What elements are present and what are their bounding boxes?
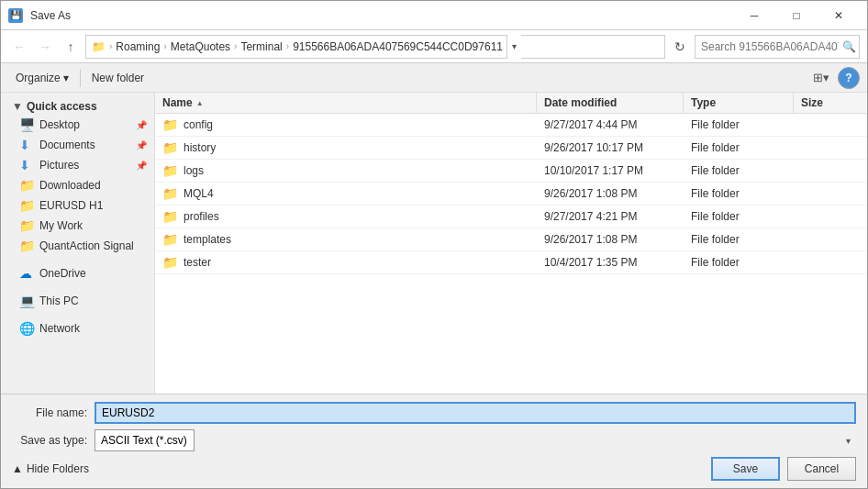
folder-icon-eurusd: 📁	[19, 198, 34, 213]
table-row[interactable]: 📁 profiles 9/27/2017 4:21 PM File folder	[155, 206, 867, 228]
file-cell-modified: 10/10/2017 1:17 PM	[537, 160, 684, 182]
sidebar-item-pictures[interactable]: ⬇ Pictures 📌	[1, 155, 154, 175]
sidebar-item-downloaded[interactable]: 📁 Downloaded	[1, 175, 154, 195]
file-cell-name: 📁 config	[155, 114, 537, 136]
file-cell-size	[794, 206, 867, 228]
sidebar-item-quantaction[interactable]: 📁 QuantAction Signal	[1, 236, 154, 256]
sidebar-item-label-desktop: Desktop	[39, 118, 80, 131]
file-cell-size	[794, 228, 867, 250]
pictures-icon: ⬇	[19, 158, 34, 172]
sidebar-item-thispc[interactable]: 💻 This PC	[1, 291, 154, 311]
refresh-button[interactable]: ↻	[669, 36, 691, 58]
folder-icon: 📁	[162, 117, 178, 132]
column-header-modified[interactable]: Date modified	[537, 93, 684, 113]
pin-icon-documents: 📌	[136, 140, 147, 150]
folder-icon: 📁	[162, 140, 178, 155]
search-input[interactable]	[701, 40, 839, 53]
path-metaquotes[interactable]: MetaQuotes	[171, 40, 230, 53]
savetype-wrapper: ASCII Text (*.csv) ▾	[95, 429, 856, 451]
main-content: ▼ Quick access 🖥️ Desktop 📌 ⬇ Documents …	[1, 93, 867, 394]
table-row[interactable]: 📁 MQL4 9/26/2017 1:08 PM File folder	[155, 183, 867, 206]
sidebar-item-onedrive[interactable]: ☁ OneDrive	[1, 263, 154, 283]
quick-access-arrow: ▼	[12, 100, 23, 113]
savetype-select[interactable]: ASCII Text (*.csv)	[95, 429, 195, 451]
select-arrow-icon: ▾	[846, 436, 851, 446]
file-cell-modified: 10/4/2017 1:35 PM	[537, 251, 684, 273]
sort-arrow-icon: ▲	[196, 99, 204, 107]
column-header-size[interactable]: Size	[794, 93, 867, 113]
sidebar-item-label-mywork: My Work	[39, 219, 83, 232]
hide-folders-button[interactable]: ▲ Hide Folders	[12, 462, 89, 475]
folder-icon-downloaded: 📁	[19, 178, 34, 193]
path-terminal[interactable]: Terminal	[240, 40, 282, 53]
back-button: ←	[8, 36, 30, 58]
table-row[interactable]: 📁 config 9/27/2017 4:44 PM File folder	[155, 114, 867, 137]
onedrive-icon: ☁	[19, 266, 34, 281]
file-name: history	[184, 141, 216, 154]
view-options-button[interactable]: ⊞▾	[808, 67, 834, 89]
path-roaming[interactable]: Roaming	[116, 40, 160, 53]
quick-access-section: ▼ Quick access 🖥️ Desktop 📌 ⬇ Documents …	[1, 96, 154, 256]
table-row[interactable]: 📁 logs 10/10/2017 1:17 PM File folder	[155, 160, 867, 183]
sidebar-item-label-network: Network	[39, 322, 80, 335]
file-cell-name: 📁 logs	[155, 160, 537, 182]
savetype-row: Save as type: ASCII Text (*.csv) ▾	[12, 429, 856, 451]
file-cell-type: File folder	[684, 251, 794, 273]
forward-button: →	[34, 36, 56, 58]
network-icon: 🌐	[19, 321, 34, 336]
thispc-section: 💻 This PC	[1, 291, 154, 311]
organize-arrow-icon: ▾	[63, 72, 69, 84]
quick-access-header[interactable]: ▼ Quick access	[1, 96, 154, 115]
file-cell-name: 📁 MQL4	[155, 183, 537, 205]
table-row[interactable]: 📁 tester 10/4/2017 1:35 PM File folder	[155, 251, 867, 274]
folder-icon: 📁	[162, 209, 178, 224]
network-section: 🌐 Network	[1, 318, 154, 339]
filename-label: File name:	[12, 406, 95, 419]
sidebar-item-label-downloaded: Downloaded	[39, 179, 101, 192]
save-button[interactable]: Save	[711, 457, 780, 481]
sidebar-item-network[interactable]: 🌐 Network	[1, 318, 154, 339]
path-guid[interactable]: 915566BA06ADA407569C544CC0D97611	[293, 40, 503, 53]
filename-row: File name:	[12, 402, 856, 424]
sidebar-item-documents[interactable]: ⬇ Documents 📌	[1, 135, 154, 155]
sidebar-item-mywork[interactable]: 📁 My Work	[1, 216, 154, 236]
file-rows-container: 📁 config 9/27/2017 4:44 PM File folder 📁…	[155, 114, 867, 274]
sidebar-item-desktop[interactable]: 🖥️ Desktop 📌	[1, 115, 154, 135]
bottom-panel: File name: Save as type: ASCII Text (*.c…	[1, 394, 867, 488]
file-name: MQL4	[184, 187, 214, 200]
search-icon: 🔍	[842, 40, 856, 53]
organize-button[interactable]: Organize ▾	[8, 65, 76, 91]
file-cell-size	[794, 114, 867, 136]
table-row[interactable]: 📁 history 9/26/2017 10:17 PM File folder	[155, 137, 867, 160]
folder-icon: 📁	[162, 163, 178, 178]
file-cell-type: File folder	[684, 206, 794, 228]
up-button[interactable]: ↑	[60, 36, 82, 58]
help-button[interactable]: ?	[838, 67, 860, 89]
file-list-header: Name ▲ Date modified Type Size	[155, 93, 867, 114]
sidebar-item-label-onedrive: OneDrive	[39, 267, 86, 280]
filename-input[interactable]	[95, 402, 856, 424]
file-cell-modified: 9/26/2017 10:17 PM	[537, 137, 684, 159]
table-row[interactable]: 📁 templates 9/26/2017 1:08 PM File folde…	[155, 228, 867, 251]
address-path[interactable]: 📁 › Roaming › MetaQuotes › Terminal › 91…	[85, 35, 665, 59]
folder-icon: 📁	[162, 232, 178, 247]
toolbar: Organize ▾ New folder ⊞▾ ?	[1, 63, 867, 93]
file-cell-type: File folder	[684, 228, 794, 250]
folder-icon-quantaction: 📁	[19, 239, 34, 253]
column-header-type[interactable]: Type	[684, 93, 794, 113]
file-name: templates	[184, 233, 231, 246]
close-button[interactable]: ✕	[818, 1, 860, 30]
new-folder-button[interactable]: New folder	[84, 65, 151, 91]
path-folder-icon: 📁	[92, 40, 106, 53]
maximize-button[interactable]: □	[775, 1, 818, 30]
minimize-button[interactable]: ─	[733, 1, 775, 30]
cancel-button[interactable]: Cancel	[787, 457, 856, 481]
file-cell-modified: 9/26/2017 1:08 PM	[537, 228, 684, 250]
path-dropdown-button[interactable]: ▾	[506, 35, 521, 59]
file-cell-type: File folder	[684, 137, 794, 159]
column-header-name[interactable]: Name ▲	[155, 93, 537, 113]
documents-icon: ⬇	[19, 138, 34, 152]
sidebar-item-eurusd[interactable]: 📁 EURUSD H1	[1, 195, 154, 216]
file-cell-size	[794, 137, 867, 159]
pin-icon-desktop: 📌	[136, 120, 147, 130]
